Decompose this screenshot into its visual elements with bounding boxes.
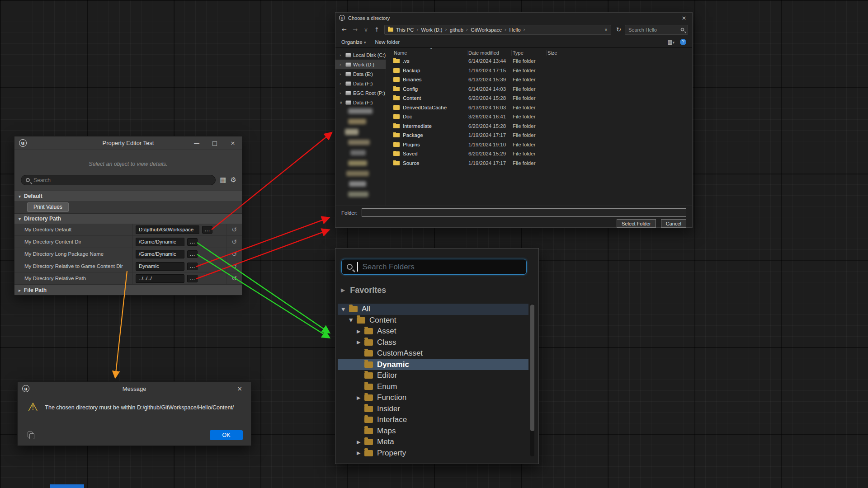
drive-tree-item[interactable]: › Data (E:) [335, 69, 386, 79]
folder-tree-item[interactable]: Insider [338, 404, 528, 415]
folder-search-box[interactable] [341, 259, 527, 275]
file-row[interactable]: Intermediate 6/20/2024 15:28 File folder [386, 122, 692, 131]
file-row[interactable]: Plugins 1/19/2024 19:10 File folder [386, 140, 692, 150]
file-row[interactable]: DerivedDataCache 6/13/2024 16:03 File fo… [386, 103, 692, 113]
category-file-path[interactable]: ▸ File Path [14, 285, 242, 295]
property-value-field[interactable]: Dynamic [136, 262, 184, 271]
column-header-date-modified[interactable]: Date modified [467, 50, 512, 56]
close-button[interactable]: × [233, 382, 246, 395]
print-values-button[interactable]: Print Values [27, 202, 69, 212]
drive-tree-item[interactable]: › EGC Root (P:) [335, 88, 386, 98]
dialog-titlebar[interactable]: u Choose a directory × [335, 13, 692, 23]
tree-chevron-icon[interactable]: ∨ [340, 100, 344, 105]
folder-tree-item[interactable]: CustomAsset [338, 348, 528, 359]
message-titlebar[interactable]: u Message × [18, 382, 251, 395]
scrollbar-track[interactable] [530, 304, 534, 456]
favorites-section[interactable]: ▶ Favorites [341, 284, 386, 296]
breadcrumb-segment[interactable]: GitWorkspace [471, 27, 502, 33]
breadcrumb-segment[interactable]: This PC [396, 27, 414, 33]
folder-input[interactable] [362, 208, 686, 217]
folder-tree-item[interactable]: ▶ Class [338, 337, 528, 348]
tree-expander-icon[interactable]: ▼ [349, 317, 357, 323]
collapsed-triangle-icon[interactable]: ▶ [341, 287, 345, 293]
up-icon[interactable]: ↑ [372, 26, 382, 33]
folder-tree-item[interactable]: Maps [338, 426, 528, 437]
explorer-search-box[interactable] [625, 25, 688, 35]
category-default[interactable]: ▾ Default [14, 191, 242, 201]
tree-expander-icon[interactable]: ▼ [341, 306, 349, 312]
search-input[interactable] [21, 175, 216, 185]
tree-expander-icon[interactable]: ▶ [357, 339, 364, 345]
history-dropdown-icon[interactable]: ∨ [361, 26, 371, 33]
drive-tree-item[interactable]: ∨ Data (F:) [335, 98, 386, 107]
browse-ellipsis-button[interactable]: … [187, 275, 198, 282]
category-directory-path[interactable]: ▾ Directory Path [14, 213, 242, 224]
file-row[interactable]: Source 1/19/2024 17:17 File folder [386, 159, 692, 168]
folder-tree-item[interactable]: ▼ Content [338, 315, 528, 326]
reset-to-default-icon[interactable]: ↺ [226, 275, 242, 282]
drive-tree-item[interactable]: › Work (D:) [335, 60, 386, 69]
file-row[interactable]: Config 6/14/2024 14:03 File folder [386, 84, 692, 94]
tree-chevron-icon[interactable]: › [340, 53, 344, 57]
search-field[interactable] [33, 177, 211, 183]
forward-icon[interactable]: → [350, 26, 360, 33]
reset-to-default-icon[interactable]: ↺ [226, 238, 242, 245]
folder-tree-item[interactable]: ▶ Property [338, 448, 528, 459]
property-value-field[interactable]: D:/github/GitWorkspace [136, 225, 199, 234]
explorer-search-field[interactable] [628, 27, 678, 33]
folder-tree-item[interactable]: ▶ Function [338, 392, 528, 404]
folder-tree-item[interactable]: ▶ Meta [338, 436, 528, 448]
column-header-name[interactable]: Name [386, 50, 467, 56]
file-row[interactable]: Backup 1/19/2024 17:15 File folder [386, 66, 692, 75]
folder-tree-item[interactable]: Interface [338, 414, 528, 426]
column-header-size[interactable]: Size [547, 50, 569, 56]
view-options-icon[interactable]: ▦ [220, 177, 226, 183]
folder-tree-item[interactable]: Editor [338, 370, 528, 381]
drive-tree-item[interactable]: › Local Disk (C:) [335, 50, 386, 60]
folder-tree-item[interactable]: Enum [338, 381, 528, 393]
folder-tree-item[interactable]: ▼ All [338, 304, 528, 315]
property-editor-titlebar[interactable]: u Property Editor Test — □ × [14, 136, 242, 150]
new-folder-button[interactable]: New folder [375, 39, 400, 45]
property-value-field[interactable]: ../../../ [136, 274, 184, 283]
reset-to-default-icon[interactable]: ↺ [226, 263, 242, 270]
browse-ellipsis-button[interactable]: … [187, 250, 198, 258]
folder-search-field[interactable] [363, 263, 522, 272]
back-icon[interactable]: ← [340, 26, 349, 33]
tree-expander-icon[interactable]: ▶ [357, 328, 364, 334]
refresh-icon[interactable]: ↻ [614, 26, 623, 33]
organize-menu[interactable]: Organize ▾ [341, 39, 366, 45]
copy-to-clipboard-icon[interactable] [28, 432, 35, 439]
settings-gear-icon[interactable]: ⚙ [231, 177, 236, 183]
browse-ellipsis-button[interactable]: … [202, 226, 212, 234]
file-row[interactable]: Saved 6/20/2024 15:29 File folder [386, 149, 692, 159]
tree-expander-icon[interactable]: ▶ [357, 439, 364, 445]
browse-ellipsis-button[interactable]: … [187, 238, 198, 246]
folder-tree-item[interactable]: Dynamic [338, 359, 528, 371]
close-button[interactable]: × [224, 136, 242, 150]
folder-tree-item[interactable]: ▶ Asset [338, 326, 528, 337]
address-bar[interactable]: This PC › Work (D:) › github › GitWorksp… [384, 25, 611, 35]
help-icon[interactable]: ? [680, 39, 686, 45]
drive-tree-item[interactable]: › Data (F:) [335, 79, 386, 88]
scrollbar-thumb[interactable] [530, 305, 534, 431]
property-value-field[interactable]: /Game/Dynamic [136, 250, 184, 258]
file-row[interactable]: Doc 3/26/2024 16:41 File folder [386, 112, 692, 122]
tree-chevron-icon[interactable]: › [340, 62, 344, 67]
cancel-button[interactable]: Cancel [661, 219, 686, 228]
breadcrumb-segment[interactable]: Hello [509, 27, 520, 33]
select-folder-button[interactable]: Select Folder [617, 219, 656, 228]
breadcrumb-segment[interactable]: github [450, 27, 463, 33]
breadcrumb-segment[interactable]: Work (D:) [421, 27, 443, 33]
file-row[interactable]: Content 6/20/2024 15:28 File folder [386, 94, 692, 103]
tree-expander-icon[interactable]: ▶ [357, 395, 364, 401]
tree-expander-icon[interactable]: ▶ [357, 450, 364, 456]
browse-ellipsis-button[interactable]: … [187, 263, 198, 270]
file-row[interactable]: Package 1/19/2024 17:17 File folder [386, 131, 692, 140]
tree-chevron-icon[interactable]: › [340, 72, 344, 76]
minimize-button[interactable]: — [188, 136, 206, 150]
tree-chevron-icon[interactable]: › [340, 81, 344, 86]
reset-to-default-icon[interactable]: ↺ [226, 226, 242, 233]
address-dropdown-icon[interactable]: ∨ [604, 27, 608, 32]
file-row[interactable]: Binaries 6/13/2024 15:39 File folder [386, 75, 692, 84]
